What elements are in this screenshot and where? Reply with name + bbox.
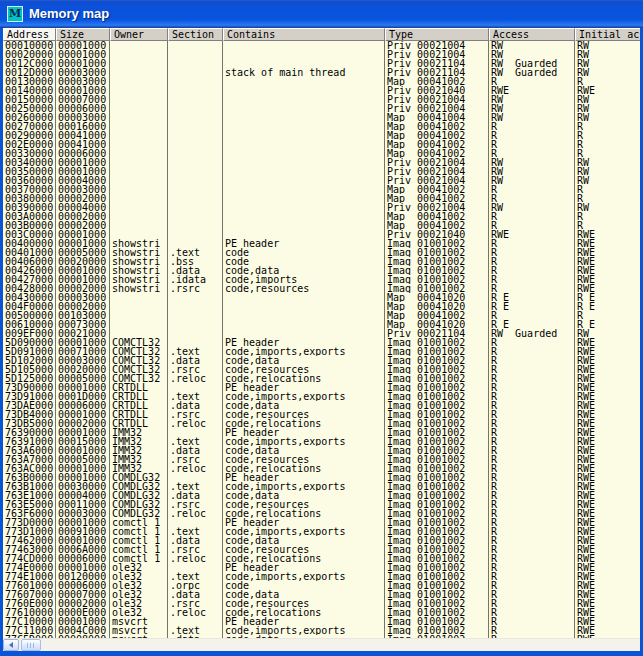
table-row[interactable]: 7639000000001000IMM32PE headerImag 01001…	[3, 428, 640, 437]
column-header-address[interactable]: Address	[3, 28, 56, 41]
table-row[interactable]: 003B000000002000Map 00041002RR	[3, 221, 640, 230]
table-row[interactable]: 0039000000004000Priv 00021004RWRW	[3, 203, 640, 212]
table-row[interactable]: 774CD00000006000comctl_1.reloccode,reloc…	[3, 554, 640, 563]
table-row[interactable]: 002E000000041000Map 00041002RR	[3, 140, 640, 149]
table-row[interactable]: 7639100000015000IMM32.textcode,imports,e…	[3, 437, 640, 446]
table-row[interactable]: 774E000000001000ole32PE headerImag 01001…	[3, 563, 640, 572]
table-row[interactable]: 763A600000001000IMM32.datacode,dataImag …	[3, 446, 640, 455]
window-titlebar[interactable]: M Memory map	[0, 0, 643, 28]
cell-address: 763A6000	[3, 446, 56, 455]
table-row[interactable]: 5D10500000020000COMCTL32.rsrccode,resour…	[3, 365, 640, 374]
table-row[interactable]: 0034000000001000Priv 00021004RWRW	[3, 158, 640, 167]
table-row[interactable]: 0033000000006000Map 00041002RR	[3, 149, 640, 158]
cell-address: 00020000	[3, 50, 56, 59]
cell-size: 0006A000	[56, 545, 110, 554]
table-row[interactable]: 73DB400000001000CRTDLL.rsrccode,resource…	[3, 410, 640, 419]
table-row[interactable]: 0042700000001000showstri.idatacode,impor…	[3, 275, 640, 284]
column-header-size[interactable]: Size	[56, 28, 110, 41]
column-header-section[interactable]: Section	[168, 28, 223, 41]
table-row[interactable]: 0012D00000003000stack of main threadPriv…	[3, 68, 640, 77]
table-row[interactable]: 773D100000091000comctl_1.textcode,import…	[3, 527, 640, 536]
cell-size: 00003000	[56, 185, 110, 194]
table-row[interactable]: 0036000000004000Priv 00021004RWRW	[3, 176, 640, 185]
table-row[interactable]: 0001000000001000Priv 00021004RWRW	[3, 41, 640, 50]
table-row[interactable]: 004F000000002000Map 00041020R ER E	[3, 302, 640, 311]
column-header-initial[interactable]: Initial acc	[575, 28, 640, 41]
table-row[interactable]: 0002000000001000Priv 00021004RWRW	[3, 50, 640, 59]
table-row[interactable]: 0012C00000001000Priv 00021104RW GuardedR…	[3, 59, 640, 68]
table-row[interactable]: 0042600000001000showstri.datacode,dataIm…	[3, 266, 640, 275]
table-row[interactable]: 774E100000120000ole32.textcode,imports,e…	[3, 572, 640, 581]
cell-initial: RWE	[575, 419, 640, 428]
table-row[interactable]: 0014000000001000Priv 00021040RWERWE	[3, 86, 640, 95]
cell-type: Imag 01001002	[385, 536, 489, 545]
cell-contains: code,data	[223, 446, 385, 455]
column-header-access[interactable]: Access	[489, 28, 575, 41]
cell-type: Priv 00021104	[385, 59, 489, 68]
table-row[interactable]: 763E100000004000COMDLG32.datacode,dataIm…	[3, 491, 640, 500]
table-row[interactable]: 5D12500000005000COMCTL32.reloccode,reloc…	[3, 374, 640, 383]
cell-access: R	[489, 536, 575, 545]
cell-initial: RWE	[575, 554, 640, 563]
table-row[interactable]: 0029000000041000Map 00041002RR	[3, 131, 640, 140]
table-row[interactable]: 0061000000073000Map 00041020R ER E	[3, 320, 640, 329]
table-row[interactable]: 0015000000007000Priv 00021004RWRW	[3, 95, 640, 104]
cell-contains: code,resources	[223, 500, 385, 509]
column-header-type[interactable]: Type	[385, 28, 489, 41]
cell-access: R	[489, 347, 575, 356]
table-row[interactable]: 003C000000001000Priv 00021040RWERWE	[3, 230, 640, 239]
table-row[interactable]: 77C1000000001000msvcrtPE headerImag 0100…	[3, 617, 640, 626]
table-row[interactable]: 003A000000002000Map 00041002RR	[3, 212, 640, 221]
table-row[interactable]: 0043000000003000Map 00041020R ER E	[3, 293, 640, 302]
table-row[interactable]: 0040000000001000showstriPE headerImag 01…	[3, 239, 640, 248]
table-row[interactable]: 0050000000103000Map 00041002RR	[3, 311, 640, 320]
column-header-contains[interactable]: Contains	[223, 28, 385, 41]
cell-owner: comctl_1	[110, 536, 168, 545]
cell-size: 00001000	[56, 383, 110, 392]
table-row[interactable]: 773D000000001000comctl_1PE headerImag 01…	[3, 518, 640, 527]
cell-address: 5D105000	[3, 365, 56, 374]
table-row[interactable]: 009EF00000021000Priv 00021104RW GuardedR…	[3, 329, 640, 338]
table-row[interactable]: 763AC00000001000IMM32.reloccode,relocati…	[3, 464, 640, 473]
table-row[interactable]: 77C110000004C000msvcrt.textcode,imports,…	[3, 626, 640, 635]
table-row[interactable]: 73D9000000001000CRTDLLPE headerImag 0100…	[3, 383, 640, 392]
table-row[interactable]: 0013000000003000Map 00041002RR	[3, 77, 640, 86]
table-row[interactable]: 0038000000002000Map 00041002RR	[3, 194, 640, 203]
table-row[interactable]: 0037000000003000Map 00041002RR	[3, 185, 640, 194]
table-row[interactable]: 7760E00000002000ole32.rsrccode,resources…	[3, 599, 640, 608]
cell-owner	[110, 302, 168, 311]
table-row[interactable]: 5D09000000001000COMCTL32PE headerImag 01…	[3, 338, 640, 347]
table-row[interactable]: 763F600000003000COMDLG32.reloccode,reloc…	[3, 509, 640, 518]
scroll-left-button[interactable]	[3, 639, 19, 651]
table-row[interactable]: 776100000000E000ole32.reloccode,relocati…	[3, 608, 640, 617]
table-row[interactable]: 763B100000030000COMDLG32.textcode,import…	[3, 482, 640, 491]
table-row[interactable]: 7760100000006000ole32.orpccodeImag 01001…	[3, 581, 640, 590]
app-icon[interactable]: M	[7, 6, 23, 22]
table-row[interactable]: 0035000000001000Priv 00021004RWRW	[3, 167, 640, 176]
table-row[interactable]: 5D09100000071000COMCTL32.textcode,import…	[3, 347, 640, 356]
cell-address: 5D091000	[3, 347, 56, 356]
table-row[interactable]: 763E500000011000COMDLG32.rsrccode,resour…	[3, 500, 640, 509]
table-row[interactable]: 73DB500000002000CRTDLL.reloccode,relocat…	[3, 419, 640, 428]
table-row[interactable]: 0040100000005000showstri.textcodeImag 01…	[3, 248, 640, 257]
table-row[interactable]: 7746200000001000comctl_1.datacode,dataIm…	[3, 536, 640, 545]
table-row[interactable]: 763B000000001000COMDLG32PE headerImag 01…	[3, 473, 640, 482]
table-row[interactable]: 73D910000001D000CRTDLL.textcode,imports,…	[3, 392, 640, 401]
h-scrollbar[interactable]	[3, 638, 640, 651]
cell-initial: RW	[575, 176, 640, 185]
table-row[interactable]: 0025000000006000Priv 00021004RWRW	[3, 104, 640, 113]
table-row[interactable]: 0027000000016000Map 00041002RR	[3, 122, 640, 131]
column-header-owner[interactable]: Owner	[110, 28, 168, 41]
table-row[interactable]: 73DAE00000006000CRTDLL.datacode,dataImag…	[3, 401, 640, 410]
table-row[interactable]: 774630000006A000comctl_1.rsrccode,resour…	[3, 545, 640, 554]
scroll-thumb[interactable]	[21, 639, 41, 651]
table-row[interactable]: 5D10200000003000COMCTL32.datacode,dataIm…	[3, 356, 640, 365]
cell-access: R	[489, 545, 575, 554]
cell-owner: COMDLG32	[110, 500, 168, 509]
table-row[interactable]: 0040600000020000showstri.bsscodeImag 010…	[3, 257, 640, 266]
table-row[interactable]: 0026000000003000Map 00041004RWRW	[3, 113, 640, 122]
table-row[interactable]: 7760700000007000ole32.datacode,dataImag …	[3, 590, 640, 599]
table-row[interactable]: 763A700000005000IMM32.rsrccode,resources…	[3, 455, 640, 464]
table-row[interactable]: 0042800000002000showstri.rsrccode,resour…	[3, 284, 640, 293]
cell-access: RW	[489, 176, 575, 185]
